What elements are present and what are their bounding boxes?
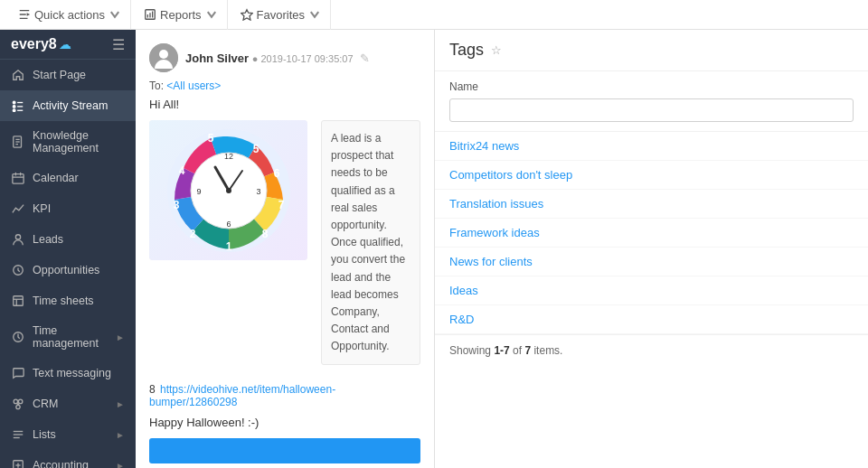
sidebar-item-time-sheets[interactable]: Time sheets xyxy=(0,285,136,316)
logo-text: every8 xyxy=(11,36,57,52)
post-recipients[interactable]: <All users> xyxy=(166,80,221,92)
svg-text:3: 3 xyxy=(256,187,260,196)
sidebar-label-text-messaging: Text messaging xyxy=(33,367,125,379)
tags-search-input[interactable] xyxy=(449,98,854,122)
reports-menu[interactable]: Reports xyxy=(135,0,228,30)
tag-item-7[interactable]: R&D xyxy=(435,305,868,334)
crm-icon xyxy=(11,397,25,411)
timemanagement-icon xyxy=(11,330,25,344)
sidebar-item-leads[interactable]: Leads xyxy=(0,224,136,255)
sidebar-item-knowledge-management[interactable]: Knowledge Management xyxy=(0,121,136,163)
tags-search-section: Name xyxy=(435,71,868,132)
sidebar-item-accounting[interactable]: Accounting ► xyxy=(0,450,136,468)
tag-item-5[interactable]: News for clients xyxy=(435,248,868,276)
svg-text:1: 1 xyxy=(225,240,231,253)
sidebar-label-calendar: Calendar xyxy=(33,172,125,184)
svg-point-21 xyxy=(15,235,20,239)
sidebar-label-lists: Lists xyxy=(33,428,108,441)
post-description-area: A lead is a prospect that needs to be qu… xyxy=(321,120,420,374)
tags-showing-count: 7 xyxy=(524,344,531,357)
sidebar-item-crm[interactable]: CRM ► xyxy=(0,388,136,419)
tags-title: Tags xyxy=(449,41,484,60)
tag-item-3[interactable]: Translation issues xyxy=(435,190,868,219)
post-link-area: 8 https://videohive.net/item/halloween-b… xyxy=(149,383,420,408)
svg-text:12: 12 xyxy=(223,152,232,161)
sidebar-label-opportunities: Opportunities xyxy=(33,264,125,276)
sidebar-item-text-messaging[interactable]: Text messaging xyxy=(0,358,136,388)
home-icon xyxy=(11,68,25,82)
sidebar-label-time-management: Time management xyxy=(33,324,108,350)
timesheets-icon xyxy=(11,294,25,308)
reports-label: Reports xyxy=(160,8,202,22)
post-image: 5 6 7 8 1 2 3 4 5 xyxy=(149,120,307,260)
hamburger-menu-icon[interactable]: ☰ xyxy=(112,36,125,53)
reports-chevron xyxy=(205,8,218,21)
svg-rect-23 xyxy=(14,296,24,306)
svg-text:6: 6 xyxy=(226,220,231,229)
tag-item-2[interactable]: Competitors don't sleep xyxy=(435,161,868,190)
description-line1: A lead is a prospect that needs to be qu… xyxy=(331,130,410,234)
post-link-count: 8 xyxy=(149,383,156,396)
logo-area: every8 ☁ ☰ xyxy=(0,30,136,60)
svg-text:6: 6 xyxy=(273,167,279,180)
tags-showing-text: Showing xyxy=(449,344,491,357)
favorites-chevron xyxy=(308,8,321,21)
content-area: John Silver ● 2019-10-17 09:35:07 ✎ To: … xyxy=(136,30,868,468)
favorites-label: Favorites xyxy=(257,8,305,22)
svg-text:2: 2 xyxy=(189,228,195,240)
quick-actions-menu[interactable]: Quick actions xyxy=(9,0,131,30)
post-edit-icon[interactable]: ✎ xyxy=(360,51,370,65)
favorites-menu[interactable]: Favorites xyxy=(231,0,331,30)
logo: every8 ☁ xyxy=(11,36,71,52)
quick-actions-label: Quick actions xyxy=(34,8,105,22)
svg-rect-17 xyxy=(13,174,24,184)
crm-chevron: ► xyxy=(116,399,125,409)
opportunities-icon xyxy=(11,263,25,277)
sidebar-item-lists[interactable]: Lists ► xyxy=(0,419,136,450)
sidebar-label-kpi: KPI xyxy=(33,202,125,215)
messaging-icon xyxy=(11,366,25,380)
avatar xyxy=(149,43,178,72)
svg-text:4: 4 xyxy=(178,164,184,177)
lists-icon xyxy=(11,427,25,442)
tags-star-icon[interactable]: ☆ xyxy=(491,43,502,57)
sidebar-item-time-management[interactable]: Time management ► xyxy=(0,316,136,358)
svg-text:8: 8 xyxy=(261,228,268,240)
svg-marker-6 xyxy=(241,10,251,20)
favorites-icon xyxy=(241,8,253,21)
sidebar-label-crm: CRM xyxy=(33,398,108,410)
reply-bar[interactable] xyxy=(149,438,420,463)
tag-item-1[interactable]: Bitrix24 news xyxy=(435,132,868,161)
svg-point-9 xyxy=(13,106,15,108)
sidebar-item-calendar[interactable]: Calendar xyxy=(0,163,136,193)
sidebar-item-start-page[interactable]: Start Page xyxy=(0,60,136,90)
quick-actions-chevron xyxy=(108,8,121,21)
post-header: John Silver ● 2019-10-17 09:35:07 ✎ xyxy=(149,43,420,72)
activity-stream-panel: John Silver ● 2019-10-17 09:35:07 ✎ To: … xyxy=(136,30,434,468)
svg-point-7 xyxy=(13,101,15,104)
sidebar: every8 ☁ ☰ Start Page xyxy=(0,30,136,468)
tags-header: Tags ☆ xyxy=(435,30,868,71)
svg-text:3: 3 xyxy=(173,199,179,211)
post-link[interactable]: https://videohive.net/item/halloween-bum… xyxy=(149,383,335,408)
tags-showing-items: items. xyxy=(533,344,562,357)
sidebar-item-activity-stream[interactable]: Activity Stream xyxy=(0,90,136,121)
post-message: Happy Halloween! :-) xyxy=(149,416,420,429)
sidebar-label-leads: Leads xyxy=(33,233,125,246)
tags-list: Bitrix24 news Competitors don't sleep Tr… xyxy=(435,132,868,334)
kpi-icon xyxy=(11,201,25,216)
sidebar-item-kpi[interactable]: KPI xyxy=(0,193,136,224)
reports-icon xyxy=(144,8,156,21)
tag-item-6[interactable]: Ideas xyxy=(435,276,868,305)
post-to: To: <All users> xyxy=(149,80,420,92)
topbar: Quick actions Reports Favorites xyxy=(0,0,868,30)
post-container: John Silver ● 2019-10-17 09:35:07 ✎ To: … xyxy=(149,43,420,463)
activity-icon xyxy=(11,98,25,113)
sidebar-item-opportunities[interactable]: Opportunities xyxy=(0,255,136,285)
post-media-area: 5 6 7 8 1 2 3 4 5 xyxy=(149,120,420,374)
sidebar-label-time-sheets: Time sheets xyxy=(33,295,125,307)
svg-point-66 xyxy=(226,188,231,193)
lists-chevron: ► xyxy=(116,430,125,440)
tag-item-4[interactable]: Framework ideas xyxy=(435,219,868,248)
tags-name-label: Name xyxy=(449,80,854,93)
